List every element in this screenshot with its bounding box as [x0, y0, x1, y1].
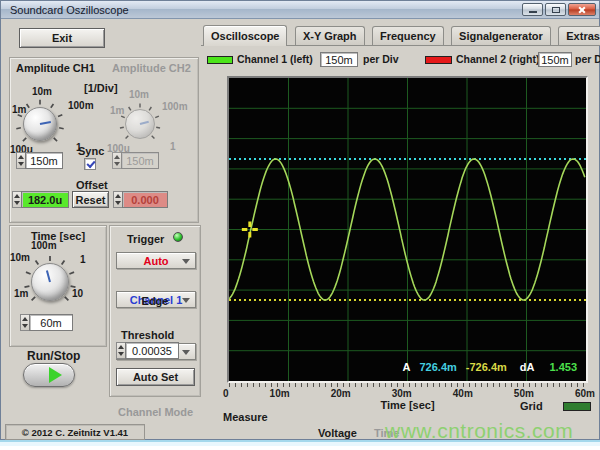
maximize-icon	[552, 7, 560, 13]
sync-checkbox[interactable]	[84, 158, 96, 170]
window-title: Soundcard Oszilloscope	[1, 4, 129, 16]
spin-up-icon	[18, 155, 24, 159]
knob-scale-label: 10m	[32, 86, 52, 97]
spin-up-icon	[22, 317, 28, 321]
channel2-scale-field[interactable]: 150m	[538, 52, 572, 67]
run-stop-label: Run/Stop	[27, 349, 80, 363]
spin-up-icon	[115, 194, 121, 198]
channel1-color-swatch	[207, 56, 233, 64]
channel1-scale-field[interactable]: 150m	[320, 52, 358, 67]
time-groupbox: Time [sec] 1m 10m 100m 1 10 60m	[9, 225, 107, 347]
exit-button[interactable]: Exit	[19, 28, 105, 48]
knob-scale-label: 1m	[12, 104, 26, 115]
tab-label: Extras	[566, 30, 600, 42]
offset-ch1-value[interactable]: 182.0u	[21, 191, 69, 208]
spin-down-icon	[22, 324, 28, 328]
threshold-label: Threshold	[121, 329, 174, 341]
knob-scale-label: 100m	[162, 101, 188, 112]
time-knob[interactable]	[22, 254, 78, 310]
time-value[interactable]: 60m	[29, 314, 73, 331]
x-axis-ruler	[229, 383, 586, 387]
knob-scale-label: 1	[80, 254, 86, 265]
knob-scale-label: 10	[72, 288, 83, 299]
app-window: Soundcard Oszilloscope Exit Amplitude CH…	[0, 0, 600, 440]
chevron-down-icon	[182, 350, 190, 355]
spin-down-icon	[18, 162, 24, 166]
tab-label: X-Y Graph	[303, 30, 357, 42]
close-button[interactable]	[568, 3, 596, 16]
watermark: www.cntronics.com	[385, 419, 573, 443]
grid-color-swatch[interactable]	[563, 402, 591, 411]
amplitude-ch2-value[interactable]: 150m	[121, 152, 159, 169]
tab-xy-graph[interactable]: X-Y Graph	[295, 26, 365, 45]
minimize-button[interactable]	[522, 3, 543, 16]
spin-down-icon	[118, 352, 124, 356]
spin-up-icon	[114, 155, 120, 159]
threshold-stepper[interactable]: 0.00035	[116, 342, 179, 359]
x-tick: 0	[223, 388, 229, 399]
knob-scale-label: 1m	[110, 105, 124, 116]
exit-button-label: Exit	[52, 32, 72, 44]
readout-a1-value: 726.4m	[420, 361, 457, 373]
tab-extras[interactable]: Extras	[558, 26, 600, 45]
spin-up-icon	[118, 345, 124, 349]
title-bar[interactable]: Soundcard Oszilloscope	[1, 1, 599, 19]
offset-reset-button[interactable]: Reset	[72, 191, 109, 208]
threshold-value[interactable]: 0.00035	[125, 342, 179, 359]
trigger-mode-dropdown[interactable]: Auto	[116, 252, 196, 269]
x-tick: 10m	[270, 388, 290, 399]
auto-set-label: Auto Set	[133, 371, 178, 383]
auto-set-button[interactable]: Auto Set	[116, 368, 195, 386]
readout-da-label: dA	[520, 361, 535, 373]
measure-label: Measure	[223, 411, 268, 423]
run-stop-button[interactable]	[23, 363, 75, 387]
tab-label: Oscilloscope	[211, 30, 279, 42]
spin-up-icon	[14, 194, 20, 198]
readout-a2-value: -726.4m	[466, 361, 507, 373]
knob-scale-label: 10m	[129, 89, 149, 100]
offset-label: Offset	[76, 179, 108, 191]
channel1-per-div-label: per Div	[363, 53, 399, 65]
amplitude-ch2-knob[interactable]	[118, 102, 162, 146]
knob-scale-label: 10m	[10, 252, 30, 263]
spinner-arrows[interactable]	[112, 152, 121, 169]
scope-plot[interactable]: A 726.4m -726.4m dA 1.453	[227, 76, 588, 383]
spinner-arrows[interactable]	[116, 342, 125, 359]
offset-ch1-stepper[interactable]: 182.0u	[12, 191, 69, 208]
offset-ch2-value[interactable]: 0.000	[122, 191, 168, 208]
tab-frequency[interactable]: Frequency	[372, 26, 444, 45]
trigger-mode-value: Auto	[143, 255, 168, 267]
window-controls	[522, 3, 596, 16]
knob-ball[interactable]	[31, 263, 69, 301]
x-tick: 40m	[453, 388, 473, 399]
tab-signalgenerator[interactable]: Signalgenerator	[451, 26, 551, 45]
tab-bar: Oscilloscope X-Y Graph Frequency Signalg…	[203, 25, 600, 46]
spinner-arrows[interactable]	[12, 191, 21, 208]
spin-down-icon	[115, 201, 121, 205]
time-stepper[interactable]: 60m	[20, 314, 73, 331]
edge-label: Edge	[110, 295, 200, 307]
cursor-readout: A 726.4m -726.4m dA 1.453	[403, 361, 577, 373]
offset-ch2-stepper[interactable]: 0.000	[113, 191, 168, 208]
readout-a-label: A	[403, 361, 411, 373]
spinner-arrows[interactable]	[113, 191, 122, 208]
amplitude-ch1-title: Amplitude CH1	[16, 62, 95, 74]
amplitude-ch2-stepper[interactable]: 150m	[112, 152, 159, 169]
x-axis-tick-labels: 0 10m 20m 30m 40m 50m 60m	[223, 388, 595, 399]
knob-scale-label: 1	[170, 141, 176, 152]
amplitude-ch1-stepper[interactable]: 150m	[16, 152, 63, 169]
amplitude-ch1-value[interactable]: 150m	[25, 152, 63, 169]
knob-scale-label: 100m	[68, 100, 94, 111]
trigger-groupbox: Trigger Auto Channel 1 Edge rising Thres…	[109, 225, 201, 397]
channel2-label: Channel 2 (right)	[456, 53, 539, 65]
spinner-arrows[interactable]	[20, 314, 29, 331]
screenshot-stage: Soundcard Oszilloscope Exit Amplitude CH…	[0, 0, 600, 450]
channel1-label: Channel 1 (left)	[237, 53, 313, 65]
knob-scale-label: 100m	[31, 240, 57, 251]
spinner-arrows[interactable]	[16, 152, 25, 169]
minimize-icon	[529, 11, 537, 13]
tab-oscilloscope[interactable]: Oscilloscope	[203, 25, 287, 46]
grid-label: Grid	[520, 400, 543, 412]
maximize-button[interactable]	[545, 3, 566, 16]
chevron-down-icon	[182, 259, 190, 264]
